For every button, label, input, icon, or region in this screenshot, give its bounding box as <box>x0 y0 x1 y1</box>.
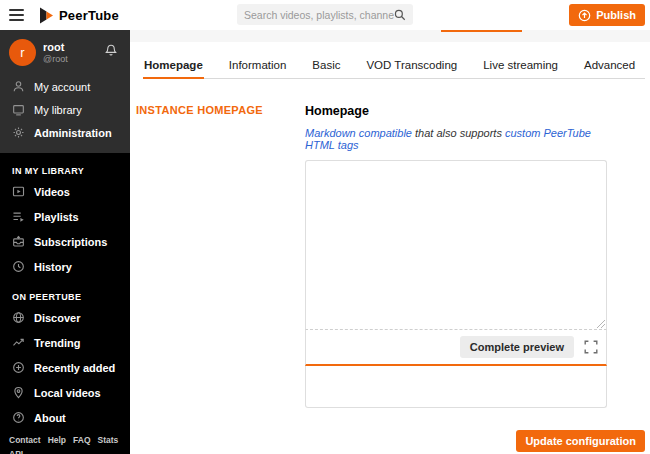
playlists-icon <box>12 210 25 223</box>
sidebar-item-trending[interactable]: Trending <box>0 330 130 355</box>
sidebar-item-videos[interactable]: Videos <box>0 179 130 204</box>
brand-name: PeerTube <box>59 8 119 23</box>
tab-advanced[interactable]: Advanced <box>583 55 636 78</box>
videos-icon <box>12 185 25 198</box>
field-label: Homepage <box>305 104 607 118</box>
form-column: Homepage Markdown compatible that also s… <box>305 104 607 408</box>
publish-button[interactable]: Publish <box>569 4 645 26</box>
markdown-editor: Complete preview <box>305 160 607 408</box>
complete-preview-button[interactable]: Complete preview <box>460 336 574 358</box>
footer-link-api[interactable]: API <box>9 449 23 454</box>
user-row: r root @root <box>0 35 130 75</box>
tab-information[interactable]: Information <box>228 55 288 78</box>
tab-basic[interactable]: Basic <box>311 55 341 78</box>
sidebar-footer-links: Contact Help FAQ Stats API <box>0 430 130 454</box>
markdown-help: Markdown compatible that also supports c… <box>305 127 607 151</box>
sidebar-item-administration[interactable]: Administration <box>0 121 130 144</box>
sidebar-item-my-library[interactable]: My library <box>0 98 130 121</box>
sidebar-item-playlists[interactable]: Playlists <box>0 204 130 229</box>
section-label: INSTANCE HOMEPAGE <box>136 104 305 116</box>
upload-cloud-icon <box>578 9 591 22</box>
user-icon <box>12 80 25 93</box>
tab-homepage[interactable]: Homepage <box>143 55 204 78</box>
user-name: root <box>43 41 104 54</box>
submit-row: Update configuration <box>130 430 645 452</box>
search-box[interactable] <box>237 4 413 25</box>
subscriptions-icon <box>12 235 25 248</box>
tab-vod-transcoding[interactable]: VOD Transcoding <box>365 55 458 78</box>
gear-icon <box>12 126 25 139</box>
sidebar-item-about[interactable]: About <box>0 405 130 430</box>
content-grid: INSTANCE HOMEPAGE Homepage Markdown comp… <box>130 104 650 408</box>
sidebar-user-section: r root @root My account <box>0 30 130 153</box>
sidebar-item-local-videos[interactable]: Local videos <box>0 380 130 405</box>
sidebar-item-discover[interactable]: Discover <box>0 305 130 330</box>
help-circle-icon <box>12 411 25 424</box>
peertube-logo[interactable]: PeerTube <box>38 7 119 24</box>
footer-link-faq[interactable]: FAQ <box>73 435 90 445</box>
library-icon <box>12 103 25 116</box>
globe-icon <box>12 311 25 324</box>
sidebar-item-recently-added[interactable]: Recently added <box>0 355 130 380</box>
main-area: Overview Federation Moderation Configura… <box>130 0 650 452</box>
user-handle: @root <box>43 54 104 64</box>
sidebar-item-my-account[interactable]: My account <box>0 75 130 98</box>
editor-toolbar: Complete preview <box>305 330 607 366</box>
search-input[interactable] <box>244 9 394 21</box>
search-icon[interactable] <box>394 9 406 21</box>
plus-circle-icon <box>12 361 25 374</box>
sidebar: r root @root My account <box>0 30 130 454</box>
homepage-textarea[interactable] <box>305 160 607 330</box>
preview-area <box>305 366 607 408</box>
peertube-logo-icon <box>38 7 54 24</box>
maximize-icon <box>584 340 598 354</box>
notifications-button[interactable] <box>104 43 118 62</box>
history-icon <box>12 260 25 273</box>
menu-icon[interactable] <box>9 9 24 21</box>
tab-live-streaming[interactable]: Live streaming <box>482 55 559 78</box>
maximize-button[interactable] <box>584 340 598 354</box>
map-pin-icon <box>12 386 25 399</box>
sidebar-item-history[interactable]: History <box>0 254 130 279</box>
config-tabs: Homepage Information Basic VOD Transcodi… <box>143 55 645 79</box>
section-title-in-my-library: IN MY LIBRARY <box>0 153 130 179</box>
textarea-wrapper <box>305 160 607 330</box>
user-names[interactable]: root @root <box>43 41 104 64</box>
footer-link-stats[interactable]: Stats <box>98 435 119 445</box>
update-configuration-button[interactable]: Update configuration <box>516 430 645 452</box>
footer-link-help[interactable]: Help <box>48 435 66 445</box>
top-bar: PeerTube Publish <box>0 0 650 30</box>
trending-icon <box>12 336 25 349</box>
section-title-on-peertube: ON PEERTUBE <box>0 279 130 305</box>
footer-link-contact[interactable]: Contact <box>9 435 41 445</box>
bell-icon <box>104 43 118 58</box>
label-column: INSTANCE HOMEPAGE <box>130 104 305 408</box>
sidebar-item-subscriptions[interactable]: Subscriptions <box>0 229 130 254</box>
avatar[interactable]: r <box>9 39 36 66</box>
markdown-compatible-link[interactable]: Markdown compatible <box>305 127 412 139</box>
